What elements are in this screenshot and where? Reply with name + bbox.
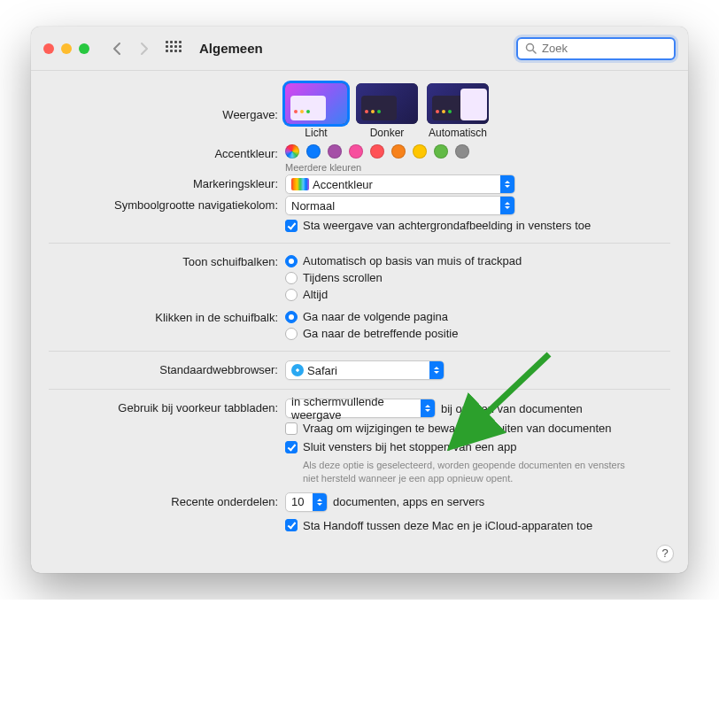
accent-label: Accentkleur:: [49, 144, 285, 160]
chevron-updown-icon: [500, 175, 514, 193]
grid-icon: [166, 41, 182, 57]
sidebar-size-select[interactable]: Normaal: [285, 196, 515, 215]
accent-orange[interactable]: [391, 144, 406, 159]
default-browser-select[interactable]: Safari: [285, 360, 445, 380]
zoom-window-button[interactable]: [79, 43, 89, 54]
close-windows-checkbox[interactable]: Sluit vensters bij het stoppen van een a…: [285, 438, 670, 455]
scrollbars-label: Toon schuifbalken:: [49, 252, 285, 268]
accent-color-picker: [285, 144, 670, 159]
divider: [49, 389, 670, 390]
accent-sublabel: Meerdere kleuren: [285, 162, 670, 173]
search-icon: [525, 43, 537, 54]
accent-multicolor[interactable]: [285, 144, 299, 159]
wallpaper-tint-checkbox[interactable]: Sta weergave van achtergrondafbeelding i…: [285, 217, 670, 234]
appearance-option-dark[interactable]: Donker: [356, 83, 418, 139]
recent-select[interactable]: 10: [285, 492, 328, 512]
preferences-window: Algemeen Weergave: Licht: [31, 27, 688, 573]
divider: [49, 243, 670, 244]
show-all-button[interactable]: [164, 39, 183, 58]
svg-point-0: [527, 44, 534, 51]
browser-label: Standaardwebbrowser:: [49, 360, 285, 376]
scroll-click-option-spot[interactable]: Ga naar de betreffende positie: [285, 327, 670, 340]
minimize-window-button[interactable]: [61, 43, 72, 54]
back-button[interactable]: [107, 39, 127, 58]
pane-content: Weergave: Licht Donker Automatisch: [31, 71, 688, 573]
svg-line-1: [533, 50, 536, 53]
accent-blue[interactable]: [306, 144, 321, 159]
chevron-updown-icon: [421, 399, 435, 417]
divider: [49, 351, 670, 352]
tabs-suffix: bij openen van documenten: [441, 402, 583, 415]
chevron-updown-icon: [429, 361, 444, 379]
handoff-checkbox[interactable]: Sta Handoff tussen deze Mac en je iCloud…: [285, 517, 670, 534]
chevron-updown-icon: [500, 197, 514, 214]
accent-graphite[interactable]: [455, 144, 469, 159]
appearance-label: Weergave:: [49, 83, 285, 121]
recent-label: Recente onderdelen:: [49, 492, 285, 508]
search-field[interactable]: [516, 37, 676, 60]
appearance-option-auto[interactable]: Automatisch: [427, 83, 489, 139]
appearance-option-light[interactable]: Licht: [285, 83, 347, 139]
tabs-select[interactable]: in schermvullende weergave: [285, 399, 436, 418]
close-window-button[interactable]: [43, 43, 54, 54]
chevron-updown-icon: [313, 493, 327, 511]
accent-pink[interactable]: [349, 144, 363, 159]
recent-suffix: documenten, apps en servers: [333, 495, 484, 508]
scrollbars-option-always[interactable]: Altijd: [285, 288, 670, 301]
scrollbars-option-auto[interactable]: Automatisch op basis van muis of trackpa…: [285, 254, 670, 267]
safari-icon: [291, 364, 304, 376]
toolbar: Algemeen: [31, 27, 688, 71]
scroll-click-label: Klikken in de schuifbalk:: [49, 308, 285, 324]
scroll-click-option-page[interactable]: Ga naar de volgende pagina: [285, 310, 670, 323]
tabs-label: Gebruik bij voorkeur tabbladen:: [49, 399, 285, 414]
ask-save-checkbox[interactable]: Vraag om wijzigingen te bewaren bij slui…: [285, 420, 670, 437]
close-windows-help: Als deze optie is geselecteerd, worden g…: [303, 459, 639, 485]
scrollbars-radio-group: Automatisch op basis van muis of trackpa…: [285, 252, 670, 303]
search-input[interactable]: [542, 42, 667, 55]
forward-button[interactable]: [134, 39, 153, 58]
accent-green[interactable]: [434, 144, 448, 159]
scroll-click-radio-group: Ga naar de volgende pagina Ga naar de be…: [285, 308, 670, 342]
accent-red[interactable]: [370, 144, 384, 159]
highlight-label: Markeringskleur:: [49, 174, 285, 190]
highlight-swatch-icon: [291, 178, 309, 190]
highlight-select[interactable]: Accentkleur: [285, 174, 515, 194]
accent-yellow[interactable]: [413, 144, 427, 159]
scrollbars-option-scrolling[interactable]: Tijdens scrollen: [285, 271, 670, 284]
window-title: Algemeen: [199, 41, 263, 56]
sidebar-size-label: Symboolgrootte navigatiekolom:: [49, 196, 285, 212]
window-controls: [43, 43, 89, 54]
accent-purple[interactable]: [328, 144, 342, 159]
help-button[interactable]: ?: [656, 545, 674, 562]
